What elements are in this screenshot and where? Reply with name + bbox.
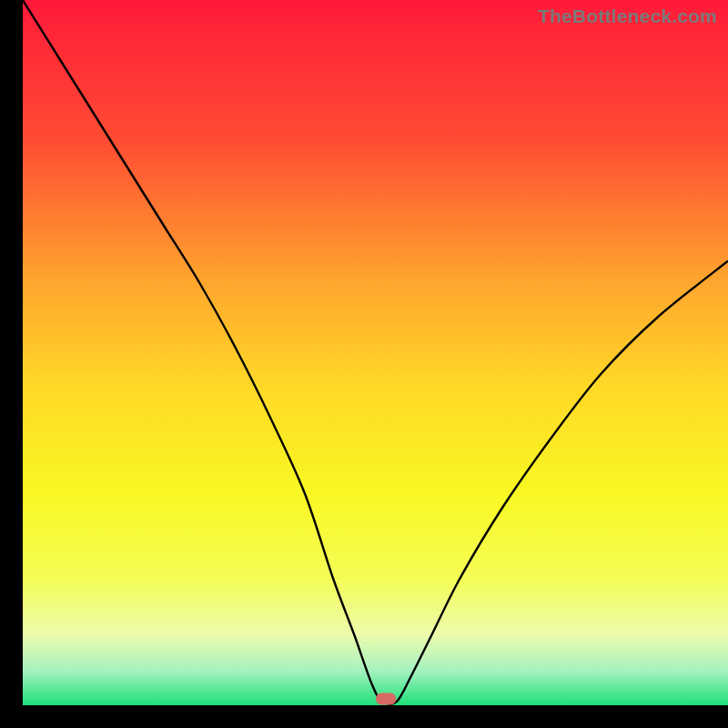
optimal-marker	[376, 693, 396, 705]
gradient-background	[23, 0, 728, 705]
watermark-label: TheBottleneck.com	[538, 5, 717, 27]
chart-container: TheBottleneck.com	[0, 0, 728, 728]
bottleneck-chart	[0, 0, 728, 728]
